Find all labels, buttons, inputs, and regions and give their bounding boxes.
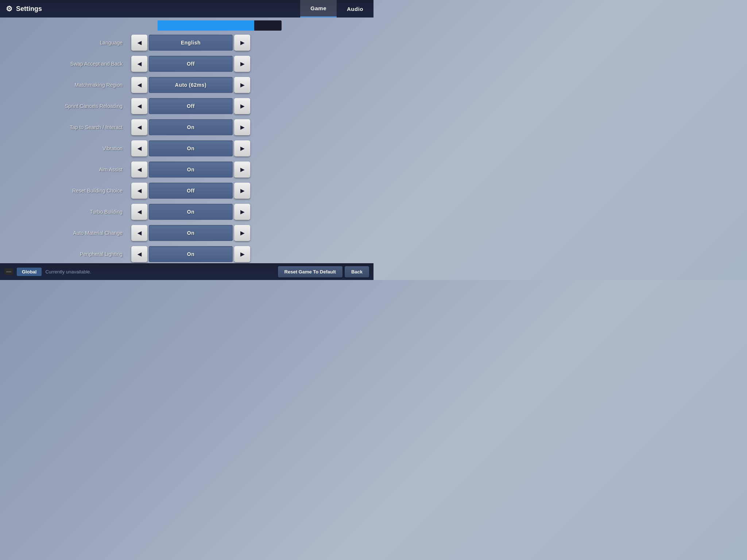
arrow-left-sprint-cancels-reloading[interactable]: ◀ — [131, 98, 147, 114]
arrow-left-language[interactable]: ◀ — [131, 35, 147, 51]
setting-row-peripheral-lighting: Peripheral Lighting ◀ On ▶ — [7, 244, 366, 263]
arrow-right-auto-material-change[interactable]: ▶ — [234, 225, 250, 241]
setting-row-vibration: Vibration ◀ On ▶ — [7, 138, 366, 159]
arrow-right-language[interactable]: ▶ — [234, 35, 250, 51]
bottom-buttons: Reset Game To Default Back — [278, 266, 369, 277]
arrow-right-vibration[interactable]: ▶ — [234, 140, 250, 156]
setting-control-reset-building-choice: ◀ Off ▶ — [131, 183, 250, 199]
arrow-left-swap-accept-back[interactable]: ◀ — [131, 56, 147, 72]
indicator-bar — [6, 271, 11, 272]
setting-row-auto-material-change: Auto Material Change ◀ On ▶ — [7, 222, 366, 244]
setting-row-turbo-building: Turbo Building ◀ On ▶ — [7, 201, 366, 222]
setting-label-matchmaking-region: Matchmaking Region — [7, 82, 131, 88]
setting-label-turbo-building: Turbo Building — [7, 209, 131, 215]
tab-game[interactable]: Game — [300, 0, 337, 18]
main-content: Language ◀ English ▶ Swap Accept and Bac… — [0, 18, 374, 263]
header-title-area: ⚙ Settings — [0, 4, 42, 13]
value-display-swap-accept-back: Off — [149, 56, 233, 72]
slider-container — [158, 20, 282, 31]
value-display-sprint-cancels-reloading: Off — [149, 98, 233, 114]
header-tabs: Game Audio — [300, 0, 374, 18]
arrow-right-matchmaking-region[interactable]: ▶ — [234, 77, 250, 93]
reset-game-button[interactable]: Reset Game To Default — [278, 266, 342, 277]
gear-icon: ⚙ — [6, 4, 12, 13]
value-display-language: English — [149, 35, 233, 51]
setting-row-swap-accept-back: Swap Accept and Back ◀ Off ▶ — [7, 53, 366, 74]
tab-audio[interactable]: Audio — [337, 0, 374, 18]
value-display-auto-material-change: On — [149, 225, 233, 241]
setting-row-matchmaking-region: Matchmaking Region ◀ Auto (62ms) ▶ — [7, 74, 366, 96]
arrow-right-turbo-building[interactable]: ▶ — [234, 204, 250, 220]
arrow-left-reset-building-choice[interactable]: ◀ — [131, 183, 147, 199]
setting-row-tap-to-search: Tap to Search / Interact ◀ On ▶ — [7, 117, 366, 138]
setting-label-auto-material-change: Auto Material Change — [7, 230, 131, 236]
value-display-tap-to-search: On — [149, 119, 233, 135]
setting-label-vibration: Vibration — [7, 145, 131, 151]
value-display-turbo-building: On — [149, 204, 233, 220]
arrow-left-peripheral-lighting[interactable]: ◀ — [131, 246, 147, 262]
setting-label-sprint-cancels-reloading: Sprint Cancels Reloading — [7, 103, 131, 109]
setting-control-language: ◀ English ▶ — [131, 35, 250, 51]
setting-control-tap-to-search: ◀ On ▶ — [131, 119, 250, 135]
global-badge[interactable]: Global — [17, 268, 42, 276]
setting-label-reset-building-choice: Reset Building Choice — [7, 188, 131, 194]
setting-control-peripheral-lighting: ◀ On ▶ — [131, 246, 250, 262]
settings-title: Settings — [16, 5, 42, 13]
arrow-right-peripheral-lighting[interactable]: ▶ — [234, 246, 250, 262]
setting-label-peripheral-lighting: Peripheral Lighting — [7, 251, 131, 257]
header: ⚙ Settings Game Audio — [0, 0, 374, 18]
arrow-right-reset-building-choice[interactable]: ▶ — [234, 183, 250, 199]
arrow-left-tap-to-search[interactable]: ◀ — [131, 119, 147, 135]
setting-row-aim-assist: Aim Assist ◀ On ▶ — [7, 159, 366, 180]
slider-fill — [158, 20, 254, 31]
setting-label-swap-accept-back: Swap Accept and Back — [7, 61, 131, 67]
value-display-peripheral-lighting: On — [149, 246, 233, 262]
setting-label-aim-assist: Aim Assist — [7, 167, 131, 172]
setting-control-swap-accept-back: ◀ Off ▶ — [131, 56, 250, 72]
arrow-right-tap-to-search[interactable]: ▶ — [234, 119, 250, 135]
arrow-left-auto-material-change[interactable]: ◀ — [131, 225, 147, 241]
back-button[interactable]: Back — [345, 266, 369, 277]
arrow-right-swap-accept-back[interactable]: ▶ — [234, 56, 250, 72]
unavailable-text: Currently unavailable. — [45, 269, 274, 275]
setting-control-turbo-building: ◀ On ▶ — [131, 204, 250, 220]
value-display-matchmaking-region: Auto (62ms) — [149, 77, 233, 93]
value-display-vibration: On — [149, 140, 233, 156]
arrow-right-sprint-cancels-reloading[interactable]: ▶ — [234, 98, 250, 114]
setting-label-language: Language — [7, 40, 131, 46]
slider-row — [7, 18, 366, 32]
bottom-bar: Global Currently unavailable. Reset Game… — [0, 263, 374, 280]
setting-control-matchmaking-region: ◀ Auto (62ms) ▶ — [131, 77, 250, 93]
setting-control-sprint-cancels-reloading: ◀ Off ▶ — [131, 98, 250, 114]
slider-track[interactable] — [158, 20, 282, 31]
setting-label-tap-to-search: Tap to Search / Interact — [7, 124, 131, 130]
setting-row-reset-building-choice: Reset Building Choice ◀ Off ▶ — [7, 180, 366, 201]
arrow-left-turbo-building[interactable]: ◀ — [131, 204, 147, 220]
arrow-left-matchmaking-region[interactable]: ◀ — [131, 77, 147, 93]
setting-control-aim-assist: ◀ On ▶ — [131, 162, 250, 178]
value-display-reset-building-choice: Off — [149, 183, 233, 199]
arrow-right-aim-assist[interactable]: ▶ — [234, 162, 250, 178]
value-display-aim-assist: On — [149, 162, 233, 178]
setting-row-language: Language ◀ English ▶ — [7, 32, 366, 53]
arrow-left-aim-assist[interactable]: ◀ — [131, 162, 147, 178]
setting-row-sprint-cancels-reloading: Sprint Cancels Reloading ◀ Off ▶ — [7, 96, 366, 117]
bottom-indicator — [4, 268, 13, 275]
setting-control-vibration: ◀ On ▶ — [131, 140, 250, 156]
arrow-left-vibration[interactable]: ◀ — [131, 140, 147, 156]
setting-control-auto-material-change: ◀ On ▶ — [131, 225, 250, 241]
settings-list: Language ◀ English ▶ Swap Accept and Bac… — [7, 32, 366, 263]
